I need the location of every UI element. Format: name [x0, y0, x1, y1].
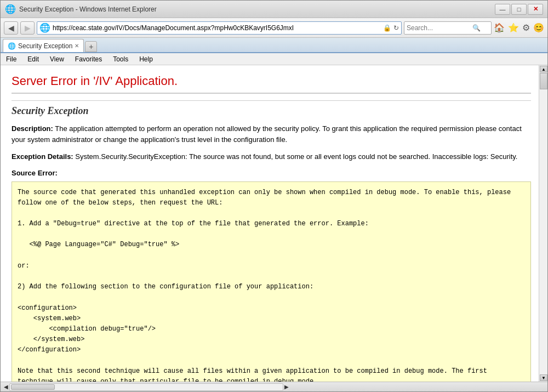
scroll-thumb[interactable] [540, 73, 547, 89]
tab-label: Security Exception [18, 42, 72, 50]
lock-icon: 🔒 [383, 24, 391, 32]
back-button[interactable]: ◀ [4, 21, 18, 35]
description-text: The application attempted to perform an … [12, 124, 522, 144]
site-icon: 🌐 [39, 22, 50, 33]
toolbar-icons: 🏠 ⭐ ⚙ 😊 [494, 22, 544, 33]
divider [12, 100, 531, 101]
menu-view[interactable]: View [48, 55, 66, 64]
search-input[interactable] [407, 24, 472, 32]
description-block: Description: The application attempted t… [12, 123, 531, 145]
section-heading: Security Exception [12, 105, 531, 117]
source-error-label: Source Error: [12, 169, 531, 177]
address-bar: ◀ ▶ 🌐 https://ceac.state.gov/IV/Docs/Man… [1, 18, 547, 38]
browser-window: 🌐 Security Exception - Windows Internet … [0, 0, 548, 392]
window-controls: — □ ✕ [495, 4, 543, 15]
page-title: Server Error in '/IV' Application. [12, 74, 531, 94]
maximize-button[interactable]: □ [511, 4, 527, 15]
tab-bar: 🌐 Security Exception ✕ + [1, 38, 547, 53]
code-block: The source code that generated this unha… [12, 181, 531, 383]
tab-close-button[interactable]: ✕ [75, 43, 79, 49]
hscroll-thumb[interactable] [11, 384, 55, 390]
exception-label: Exception Details: [12, 152, 73, 161]
refresh-icon[interactable]: ↻ [393, 24, 399, 32]
page-content: Server Error in '/IV' Application. Secur… [1, 65, 547, 383]
exception-text: System.Security.SecurityException: The s… [75, 152, 517, 161]
status-bar: ◀ ▶ [1, 382, 547, 391]
hscroll-track[interactable] [9, 383, 283, 391]
scroll-up-button[interactable]: ▲ [540, 66, 547, 72]
search-bar[interactable]: 🔍 [404, 21, 492, 35]
horizontal-scrollbar[interactable]: ◀ ▶ [4, 383, 289, 391]
home-icon[interactable]: 🏠 [494, 22, 505, 33]
menu-help[interactable]: Help [137, 55, 155, 64]
forward-button[interactable]: ▶ [20, 21, 35, 35]
vertical-scrollbar[interactable]: ▲ ▼ [539, 65, 547, 382]
ie-logo-icon: 🌐 [5, 4, 16, 14]
description-label: Description: [12, 124, 53, 133]
menu-tools[interactable]: Tools [111, 55, 130, 64]
titlebar-left: 🌐 Security Exception - Windows Internet … [5, 4, 157, 14]
new-tab-button[interactable]: + [85, 41, 97, 52]
exception-details: Exception Details: System.Security.Secur… [12, 151, 531, 162]
scroll-right-button[interactable]: ▶ [284, 384, 289, 390]
scroll-down-button[interactable]: ▼ [540, 374, 547, 381]
menu-favorites[interactable]: Favorites [73, 55, 104, 64]
tab-security-exception[interactable]: 🌐 Security Exception ✕ [3, 39, 84, 52]
favorites-icon[interactable]: ⭐ [508, 22, 519, 33]
url-text: https://ceac.state.gov/IV/Docs/ManageDoc… [53, 24, 381, 32]
search-button[interactable]: 🔍 [472, 24, 481, 32]
menu-file[interactable]: File [4, 55, 19, 64]
close-button[interactable]: ✕ [528, 4, 543, 15]
titlebar: 🌐 Security Exception - Windows Internet … [1, 1, 547, 18]
tab-icon: 🌐 [8, 42, 16, 50]
window-title: Security Exception - Windows Internet Ex… [19, 5, 157, 13]
url-bar[interactable]: 🌐 https://ceac.state.gov/IV/Docs/ManageD… [37, 21, 402, 35]
minimize-button[interactable]: — [495, 4, 510, 15]
menu-bar: File Edit View Favorites Tools Help [1, 53, 547, 65]
menu-edit[interactable]: Edit [25, 55, 41, 64]
user-icon[interactable]: 😊 [533, 22, 544, 33]
scroll-left-button[interactable]: ◀ [4, 384, 8, 390]
settings-icon[interactable]: ⚙ [522, 22, 530, 33]
